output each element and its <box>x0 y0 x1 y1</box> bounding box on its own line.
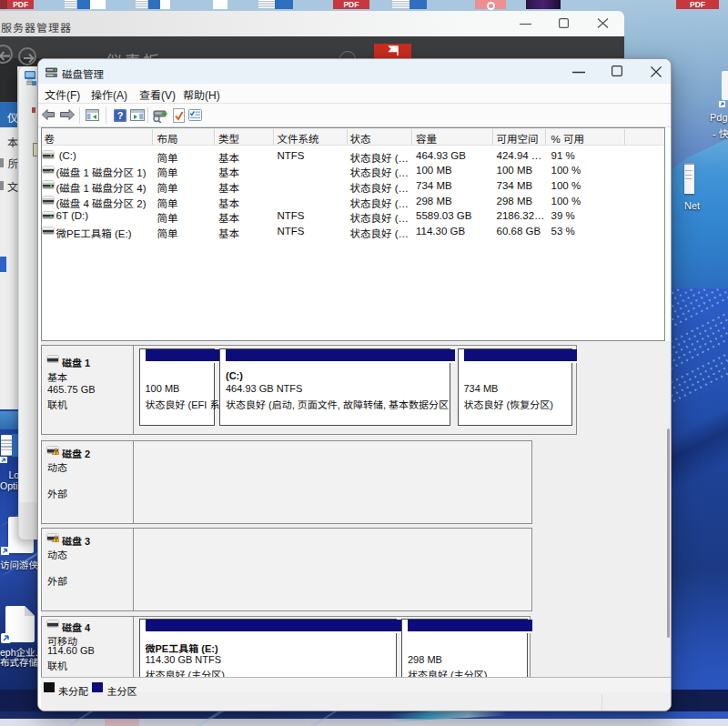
svg-text:?: ? <box>117 110 124 121</box>
